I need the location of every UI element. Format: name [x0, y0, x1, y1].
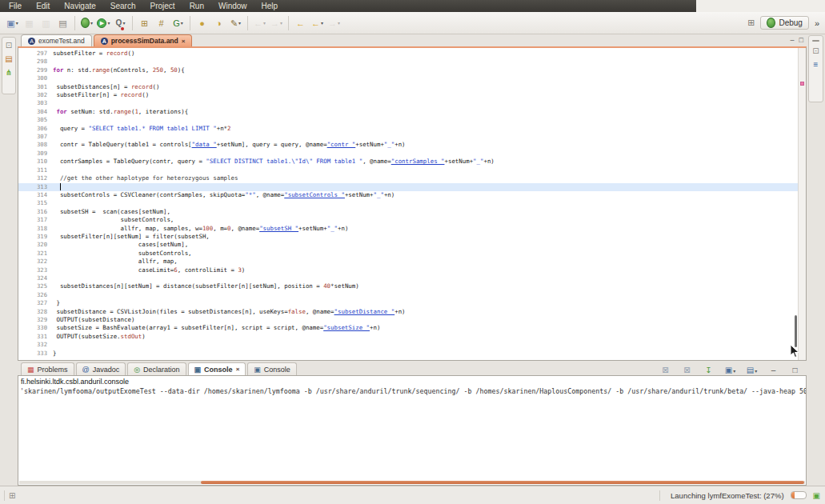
open-task-icon[interactable]: ● — [194, 15, 210, 31]
code-line-303[interactable]: 303 — [18, 99, 798, 107]
console-hscrollbar-thumb[interactable] — [201, 481, 804, 484]
search-dropdown-icon[interactable]: ▾ — [238, 20, 241, 26]
menu-file[interactable]: File — [2, 0, 29, 12]
close-tab-icon[interactable]: × — [182, 38, 186, 45]
console-view-tab-console-2[interactable]: ▣Console — [247, 362, 297, 375]
code-line-328[interactable]: 328 subsetDistance = CSVListJoin(files =… — [18, 308, 798, 316]
progress-indicator[interactable] — [791, 491, 807, 499]
code-line-316[interactable]: 316 subsetSH = scan(cases[setNum], — [18, 208, 798, 216]
code-line-308[interactable]: 308 contr = TableQuery(table1 = controls… — [18, 141, 798, 149]
code-line-310[interactable]: 310 contrSamples = TableQuery(contr, que… — [18, 158, 798, 166]
code-line-322[interactable]: 322 allfr, map, — [18, 258, 798, 266]
menu-help[interactable]: Help — [254, 0, 286, 12]
open-console-dropdown-icon[interactable]: ▾ — [755, 368, 757, 374]
search-icon[interactable]: ✎▾ — [227, 15, 244, 31]
menu-search[interactable]: Search — [103, 0, 143, 12]
launch-progress-text: Launching lymfExomeTest: (27%) — [671, 491, 784, 500]
back-history-dropdown-icon[interactable]: ▾ — [321, 20, 323, 26]
run-history-dropdown-icon[interactable]: ▾ — [181, 20, 183, 26]
code-line-302[interactable]: 302 subsetFilter[n] = record() — [18, 91, 798, 99]
code-line-300[interactable]: 300 — [18, 74, 798, 82]
print-icon[interactable]: ▤ — [54, 15, 71, 31]
console-hscrollbar-track[interactable] — [19, 481, 805, 484]
annotation-marker[interactable] — [800, 82, 804, 86]
code-line-331[interactable]: 331 OUTPUT(subsetSize.stdOut) — [18, 333, 798, 341]
code-line-312[interactable]: 312 //get the other haplotype for hetero… — [18, 174, 798, 182]
restore-views-icon[interactable]: ⊡ — [812, 47, 819, 55]
code-line-309[interactable]: 309 — [18, 150, 798, 158]
view-bar-handle[interactable] — [812, 40, 819, 42]
restore-views-icon[interactable]: ⊡ — [6, 42, 12, 50]
code-line-327[interactable]: 327 } — [18, 299, 798, 307]
code-line-298[interactable]: 298 — [18, 58, 798, 66]
console-view-tab-console-1[interactable]: ▣Console× — [188, 362, 246, 375]
code-line-313[interactable]: 313 — [18, 183, 798, 191]
code-line-297[interactable]: 297subsetFilter = record() — [18, 50, 798, 58]
menu-project[interactable]: Project — [143, 0, 182, 12]
run-history-icon[interactable]: G▾ — [170, 15, 186, 31]
minimized-view-orange-icon[interactable]: ▤ — [5, 55, 12, 63]
menu-run[interactable]: Run — [182, 0, 211, 12]
code-line-319[interactable]: 319 subsetFilter[n][setNum] = filter(sub… — [18, 233, 798, 241]
code-line-301[interactable]: 301 subsetDistances[n] = record() — [18, 83, 798, 91]
code-editor[interactable]: 297subsetFilter = record()298299for n: s… — [18, 46, 807, 361]
maximize-editor-icon[interactable]: □ — [799, 36, 803, 44]
run-icon[interactable]: ▶▾ — [95, 15, 112, 31]
background-operations-icon[interactable]: ▣ — [813, 491, 820, 500]
code-line-306[interactable]: 306 query = "SELECT table1.* FROM table1… — [18, 125, 798, 133]
debug-dropdown-icon[interactable]: ▾ — [90, 20, 93, 26]
code-line-324[interactable]: 324 — [18, 274, 798, 282]
fast-view-bar-icon[interactable]: ⊞ — [9, 491, 15, 500]
code-line-305[interactable]: 305 — [18, 116, 798, 124]
console-view-tab-problems[interactable]: ▦Problems — [21, 362, 74, 375]
last-edit-location-icon[interactable]: ← — [292, 15, 309, 31]
code-line-326[interactable]: 326 — [18, 291, 798, 299]
open-perspective-icon[interactable]: ⊞ — [747, 18, 755, 28]
run-last-tool-dropdown-icon[interactable]: ▾ — [122, 20, 125, 26]
run-last-tool-icon[interactable]: Q▾ — [112, 15, 129, 31]
code-line-314[interactable]: 314 subsetControls = CSVCleaner(contrSam… — [18, 191, 798, 199]
debug-icon[interactable]: ▾ — [78, 15, 95, 31]
code-line-317[interactable]: 317 subsetControls, — [18, 216, 798, 224]
code-line-321[interactable]: 321 subsetControls, — [18, 250, 798, 258]
console-view-tab-declaration[interactable]: ◎Declaration — [127, 362, 186, 375]
menu-window[interactable]: Window — [211, 0, 254, 12]
menu-navigate[interactable]: Navigate — [57, 0, 102, 12]
code-text: subsetControls, — [53, 250, 192, 258]
toolbar-overflow-chevron[interactable]: » — [815, 18, 819, 28]
editor-tab-exometest-and[interactable]: AexomeTest.and — [21, 34, 92, 46]
code-line-330[interactable]: 330 subsetSize = BashEvaluate(array1 = s… — [18, 324, 798, 332]
console-view-tab-javadoc[interactable]: @Javadoc — [76, 362, 126, 375]
code-line-320[interactable]: 320 cases[setNum], — [18, 241, 798, 249]
open-type-icon[interactable]: # — [153, 15, 170, 31]
overview-ruler[interactable] — [798, 48, 806, 360]
code-line-325[interactable]: 325 subsetDistances[n][setNum] = distanc… — [18, 282, 798, 290]
outline-view-icon[interactable]: ≡ — [814, 61, 819, 69]
code-line-318[interactable]: 318 allfr, map, samples, w=100, m=0, @na… — [18, 225, 798, 233]
code-line-329[interactable]: 329 OUTPUT(subsetDistance) — [18, 316, 798, 324]
back-history-icon[interactable]: ←▾ — [309, 15, 326, 31]
code-line-333[interactable]: 333} — [18, 350, 798, 358]
menu-edit[interactable]: Edit — [29, 0, 57, 12]
code-line-332[interactable]: 332 — [18, 341, 798, 349]
run-dropdown-icon[interactable]: ▾ — [107, 20, 110, 26]
new-project-icon[interactable]: ⊞ — [136, 15, 153, 31]
close-view-icon[interactable]: × — [236, 366, 240, 373]
new-wizard-dropdown-icon[interactable]: ▾ — [16, 20, 18, 26]
console-output-area[interactable]: fi.helsinki.ltdk.csbl.anduril.console 's… — [18, 375, 807, 486]
line-number: 329 — [18, 316, 53, 324]
editor-vertical-scrollbar[interactable] — [795, 315, 797, 347]
display-selected-console-dropdown-icon[interactable]: ▾ — [733, 368, 735, 374]
open-resource-icon[interactable]: ◑ — [210, 15, 227, 31]
editor-tab-processsimdata-and[interactable]: AprocessSimData.and× — [94, 34, 193, 46]
debug-perspective-button[interactable]: Debug — [760, 16, 808, 30]
code-line-315[interactable]: 315 — [18, 199, 798, 207]
new-wizard-icon[interactable]: ▣▾ — [4, 15, 21, 31]
code-line-307[interactable]: 307 — [18, 133, 798, 141]
code-line-299[interactable]: 299for n: std.range(nControls, 250, 50){ — [18, 66, 798, 74]
code-line-304[interactable]: 304 for setNum: std.range(1, iterations)… — [18, 108, 798, 116]
minimized-view-tree-icon[interactable]: ⋔ — [6, 69, 12, 77]
code-line-311[interactable]: 311 — [18, 166, 798, 174]
code-line-323[interactable]: 323 caseLimit=6, controlLimit = 3) — [18, 266, 798, 274]
minimize-editor-icon[interactable]: – — [791, 36, 795, 44]
